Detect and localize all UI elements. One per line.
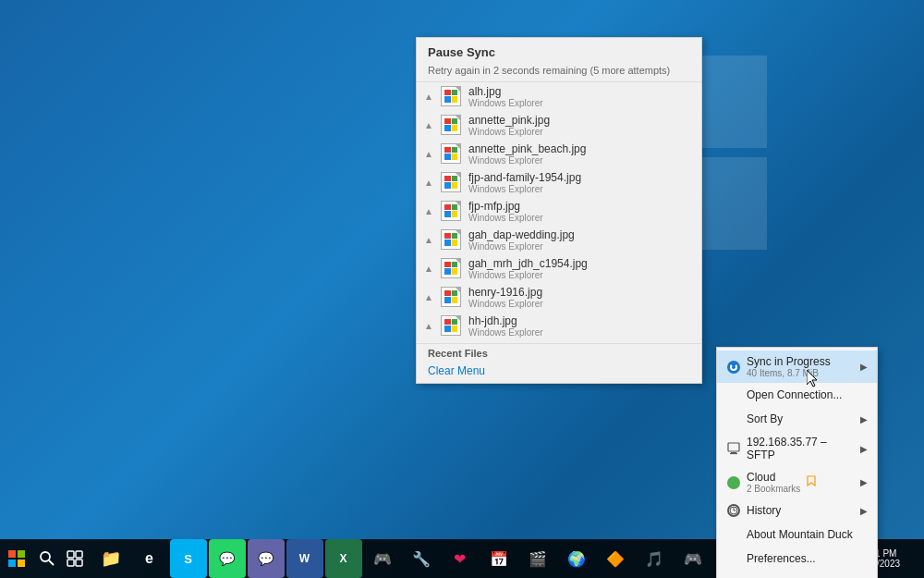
upload-icon: ▲ <box>424 321 435 331</box>
file-source: Windows Explorer <box>468 155 694 166</box>
file-source: Windows Explorer <box>468 241 694 252</box>
list-item[interactable]: ▲ fjp-and-family-1954.jpg Windows Explor… <box>417 168 701 197</box>
file-icon <box>441 258 463 280</box>
menu-item-cloud[interactable]: Cloud 2 Bookmarks ▶ <box>717 466 877 498</box>
menu-item-preferences[interactable]: Preferences... <box>717 547 877 571</box>
submenu-arrow-icon: ▶ <box>860 444 868 454</box>
upload-icon: ▲ <box>424 120 435 130</box>
menu-item-history[interactable]: History ▶ <box>717 498 877 523</box>
menu-item-sftp[interactable]: 192.168.35.77 – SFTP ▶ <box>717 431 877 466</box>
file-info: gah_dap-wedding.jpg Windows Explorer <box>468 228 694 252</box>
list-item[interactable]: ▲ henry-1916.jpg Windows Explorer <box>417 283 701 312</box>
submenu-arrow-icon: ▶ <box>860 362 868 372</box>
list-item[interactable]: ▲ fjp-mfp.jpg Windows Explorer <box>417 197 701 226</box>
file-name: hh-jdh.jpg <box>468 314 694 327</box>
file-info: annette_pink_beach.jpg Windows Explorer <box>468 142 694 166</box>
recent-files-label: Recent Files <box>417 343 701 361</box>
file-name: henry-1916.jpg <box>468 286 694 299</box>
svg-rect-4 <box>728 443 739 451</box>
menu-item-sort-by[interactable]: Sort By ▶ <box>717 407 877 431</box>
list-item[interactable]: ▲ alh.jpg Windows Explorer <box>417 82 701 111</box>
svg-rect-12 <box>18 550 25 558</box>
svg-rect-13 <box>8 560 16 567</box>
menu-item-about[interactable]: About Mountain Duck <box>717 523 877 547</box>
list-item[interactable]: ▲ hirons_wedding_1943.jpg Windows Explor… <box>417 340 701 341</box>
file-source: Windows Explorer <box>468 270 694 280</box>
taskbar-icon-music[interactable]: 🎵 <box>636 539 673 578</box>
history-icon <box>726 503 741 518</box>
taskbar-icon-calendar[interactable]: 📅 <box>480 539 517 578</box>
taskbar-icon-skype[interactable]: S <box>170 539 207 578</box>
file-info: hh-jdh.jpg Windows Explorer <box>468 314 694 338</box>
upload-icon: ▲ <box>424 206 435 216</box>
task-view-button[interactable] <box>61 539 88 578</box>
file-name: gah_mrh_jdh_c1954.jpg <box>468 257 694 270</box>
taskbar-icon-excel[interactable]: X <box>325 539 362 578</box>
file-icon <box>441 287 463 309</box>
file-icon <box>441 229 463 252</box>
taskbar-icon-word[interactable]: W <box>286 539 323 578</box>
upload-icon: ▲ <box>424 149 435 159</box>
file-info: fjp-and-family-1954.jpg Windows Explorer <box>468 171 694 194</box>
file-source: Windows Explorer <box>468 213 694 223</box>
file-source: Windows Explorer <box>468 184 694 194</box>
submenu-arrow-icon: ▶ <box>860 477 868 487</box>
taskbar-icon-game[interactable]: 🎮 <box>364 539 401 578</box>
svg-rect-20 <box>76 560 82 566</box>
menu-item-sublabel: 40 Items, 8.7 MiB <box>747 368 855 378</box>
file-info: annette_pink.jpg Windows Explorer <box>468 114 694 137</box>
taskbar-icon-steam[interactable]: 🎮 <box>675 539 711 578</box>
menu-item-help[interactable]: Help <box>717 571 877 578</box>
menu-item-label: Open Connection... <box>747 388 868 401</box>
taskbar-icon-heart[interactable]: ❤ <box>442 539 479 578</box>
menu-item-label: 192.168.35.77 – SFTP <box>747 436 855 461</box>
green-dot-icon <box>726 475 741 490</box>
file-name: annette_pink_beach.jpg <box>468 142 694 155</box>
file-name: annette_pink.jpg <box>468 114 694 127</box>
menu-item-label: Sort By <box>747 412 855 425</box>
clear-menu-button[interactable]: Clear Menu <box>417 361 701 383</box>
list-item[interactable]: ▲ gah_mrh_jdh_c1954.jpg Windows Explorer <box>417 254 701 283</box>
file-source: Windows Explorer <box>468 98 694 108</box>
sync-panel-title[interactable]: Pause Sync <box>417 38 701 63</box>
sync-icon <box>726 360 741 375</box>
list-item[interactable]: ▲ annette_pink.jpg Windows Explorer <box>417 111 701 140</box>
file-source: Windows Explorer <box>468 299 694 309</box>
show-desktop-button[interactable] <box>911 539 917 578</box>
taskbar-icon-chat[interactable]: 💬 <box>248 539 285 578</box>
taskbar-icon-video[interactable]: 🎬 <box>519 539 556 578</box>
list-item[interactable]: ▲ hh-jdh.jpg Windows Explorer <box>417 312 701 340</box>
taskbar-icon-settings[interactable]: 🔧 <box>403 539 440 578</box>
start-button[interactable] <box>0 539 34 578</box>
file-icon <box>441 143 463 166</box>
taskbar-icon-network[interactable]: 🌍 <box>558 539 595 578</box>
file-name: fjp-mfp.jpg <box>468 200 694 213</box>
menu-item-open-connection[interactable]: Open Connection... <box>717 383 877 407</box>
taskbar-icon-edge[interactable]: e <box>131 539 168 578</box>
upload-icon: ▲ <box>424 235 435 245</box>
taskbar-icon-vlc[interactable]: 🔶 <box>597 539 634 578</box>
placeholder-icon <box>726 527 741 542</box>
search-button[interactable] <box>34 539 61 578</box>
menu-item-sync-in-progress[interactable]: Sync in Progress 40 Items, 8.7 MiB ▶ <box>717 350 877 383</box>
sync-panel: Pause Sync Retry again in 2 seconds rema… <box>416 37 702 384</box>
desktop: Pause Sync Retry again in 2 seconds rema… <box>0 0 924 578</box>
list-item[interactable]: ▲ gah_dap-wedding.jpg Windows Explorer <box>417 226 701 254</box>
taskbar-icon-explorer[interactable]: 📁 <box>92 539 129 578</box>
file-source: Windows Explorer <box>468 127 694 137</box>
svg-point-15 <box>41 552 50 561</box>
file-icon <box>441 315 463 338</box>
svg-rect-18 <box>76 551 82 558</box>
taskbar-icon-whatsapp[interactable]: 💬 <box>209 539 246 578</box>
upload-icon: ▲ <box>424 264 435 274</box>
file-icon <box>441 201 463 223</box>
menu-item-sublabel: 2 Bookmarks <box>747 484 800 494</box>
file-list: ▲ alh.jpg Windows Explorer ▲ annette_pin… <box>417 82 701 341</box>
menu-item-label: About Mountain Duck <box>747 528 868 541</box>
list-item[interactable]: ▲ annette_pink_beach.jpg Windows Explore… <box>417 140 701 168</box>
file-info: gah_mrh_jdh_c1954.jpg Windows Explorer <box>468 257 694 280</box>
sync-retry-message: Retry again in 2 seconds remaining (5 mo… <box>417 63 701 82</box>
computer-icon <box>726 441 741 456</box>
menu-item-label: Sync in Progress <box>747 355 855 368</box>
file-info: fjp-mfp.jpg Windows Explorer <box>468 200 694 223</box>
